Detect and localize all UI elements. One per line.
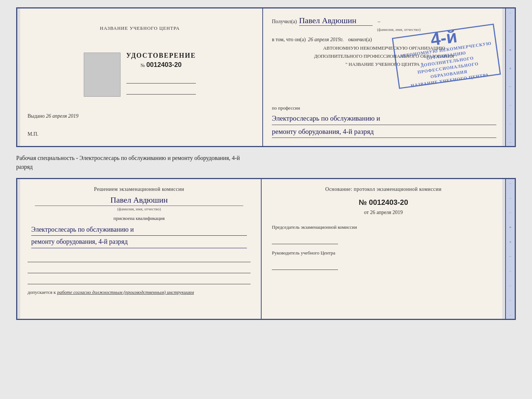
head-label: Руководитель учебного Центра: [272, 250, 495, 256]
person-name-bottom: Павел Авдюшин: [28, 195, 251, 205]
protocol-number: № 0012403-20: [272, 198, 495, 207]
between-line2: разряд: [16, 163, 516, 171]
issued-line: Выдано 26 апреля 2019: [28, 113, 79, 119]
head-sign: [272, 259, 338, 270]
chairman-sign: [272, 233, 338, 244]
bottom-left-page: Решением экзаменационной комиссии Павел …: [17, 179, 262, 319]
osnov-text: Основание: протокол экзаменационной коми…: [272, 186, 495, 192]
stamp: 4-й АВТОНОМНУЮ НЕКОММЕРЧЕСКУЮ ОРГАНИЗАЦИ…: [392, 24, 501, 89]
profession-section: по профессии Электрослесарь по обслужива…: [272, 105, 496, 138]
chairman-label: Председатель экзаменационной комиссии: [272, 224, 495, 230]
top-document: НАЗВАНИЕ УЧЕБНОГО ЦЕНТРА УДОСТОВЕРЕНИЕ №…: [16, 7, 516, 147]
cert-number-line: № 0012403-20: [126, 61, 196, 69]
qual-line1: Электрослесарь по обслуживанию и: [31, 224, 247, 236]
right-edge-top: – – и а ← – – –: [506, 8, 515, 146]
person-name-top: Павел Авдюшин: [299, 16, 373, 26]
qual-line2: ремонту оборудования, 4-й разряд: [31, 236, 247, 248]
school-title-top: НАЗВАНИЕ УЧЕБНОГО ЦЕНТРА: [100, 25, 180, 32]
bottom-document: Решением экзаменационной комиссии Павел …: [16, 178, 516, 320]
допускается-line: допускается к работе согласно должностны…: [28, 289, 251, 295]
between-text: Рабочая специальность - Электрослесарь п…: [16, 154, 516, 171]
sign-lines: [28, 253, 251, 284]
received-line: Получил(а) Павел Авдюшин –: [272, 16, 496, 26]
bottom-right-page: Основание: протокол экзаменационной коми…: [262, 179, 506, 319]
допускается-text: работе согласно должностным (производств…: [57, 289, 194, 295]
top-right-page: Получил(а) Павел Авдюшин – (фамилия, имя…: [263, 8, 506, 146]
profession-line2: ремонту оборудования, 4-й разряд: [272, 126, 496, 138]
photo-placeholder: [84, 53, 121, 97]
cert-title: УДОСТОВЕРЕНИЕ № 0012403-20: [126, 52, 196, 69]
between-line1: Рабочая специальность - Электрослесарь п…: [16, 154, 516, 163]
mp-line: М.П.: [28, 131, 39, 137]
profession-line1: Электрослесарь по обслуживанию и: [272, 113, 496, 125]
from-date: от 26 апреля 2019: [272, 210, 495, 215]
assigned-label: присвоена квалификация: [28, 215, 251, 221]
fio-label-bottom: (фамилия, имя, отчество): [35, 206, 243, 211]
top-left-page: НАЗВАНИЕ УЧЕБНОГО ЦЕНТРА УДОСТОВЕРЕНИЕ №…: [17, 8, 263, 146]
commission-title: Решением экзаменационной комиссии: [28, 186, 251, 192]
right-edge-bottom: – – – и а ← – – – –: [506, 179, 515, 319]
